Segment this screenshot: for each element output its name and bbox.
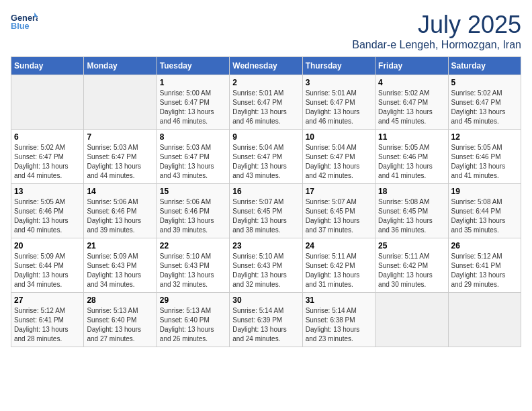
calendar-cell: 9Sunrise: 5:04 AMSunset: 6:47 PMDaylight… — [230, 130, 302, 184]
calendar-cell: 11Sunrise: 5:05 AMSunset: 6:46 PMDayligh… — [375, 130, 448, 184]
day-info: Sunrise: 5:10 AMSunset: 6:43 PMDaylight:… — [160, 252, 226, 289]
day-info: Sunrise: 5:01 AMSunset: 6:47 PMDaylight:… — [232, 89, 299, 126]
day-info: Sunrise: 5:10 AMSunset: 6:43 PMDaylight:… — [232, 252, 299, 289]
calendar-cell: 3Sunrise: 5:01 AMSunset: 6:47 PMDaylight… — [302, 75, 375, 130]
day-number: 26 — [451, 241, 518, 250]
logo-icon: General Blue — [11, 11, 38, 31]
day-number: 18 — [378, 187, 445, 196]
week-row-1: 1Sunrise: 5:00 AMSunset: 6:47 PMDaylight… — [11, 75, 521, 130]
day-info: Sunrise: 5:07 AMSunset: 6:45 PMDaylight:… — [232, 197, 299, 235]
day-number: 20 — [14, 241, 81, 250]
day-number: 7 — [87, 132, 153, 142]
calendar-cell: 28Sunrise: 5:13 AMSunset: 6:40 PMDayligh… — [84, 293, 157, 347]
day-number: 21 — [87, 241, 153, 250]
day-info: Sunrise: 5:06 AMSunset: 6:46 PMDaylight:… — [160, 197, 226, 235]
calendar-cell: 12Sunrise: 5:05 AMSunset: 6:46 PMDayligh… — [448, 130, 521, 184]
day-number: 6 — [14, 132, 81, 142]
day-info: Sunrise: 5:14 AMSunset: 6:39 PMDaylight:… — [232, 306, 299, 344]
weekday-header-row: SundayMondayTuesdayWednesdayThursdayFrid… — [11, 57, 521, 75]
calendar-cell: 17Sunrise: 5:07 AMSunset: 6:45 PMDayligh… — [302, 184, 375, 238]
calendar-cell: 31Sunrise: 5:14 AMSunset: 6:38 PMDayligh… — [302, 293, 375, 347]
day-number: 3 — [306, 78, 372, 87]
day-info: Sunrise: 5:01 AMSunset: 6:47 PMDaylight:… — [306, 89, 372, 126]
day-info: Sunrise: 5:05 AMSunset: 6:46 PMDaylight:… — [378, 143, 445, 181]
svg-text:Blue: Blue — [11, 21, 30, 31]
day-number: 22 — [160, 241, 226, 250]
calendar-cell: 4Sunrise: 5:02 AMSunset: 6:47 PMDaylight… — [375, 75, 448, 130]
day-number: 14 — [87, 187, 153, 196]
calendar-cell: 8Sunrise: 5:03 AMSunset: 6:47 PMDaylight… — [157, 130, 229, 184]
calendar-cell: 30Sunrise: 5:14 AMSunset: 6:39 PMDayligh… — [230, 293, 302, 347]
day-number: 23 — [232, 241, 299, 250]
day-info: Sunrise: 5:03 AMSunset: 6:47 PMDaylight:… — [87, 143, 153, 181]
calendar-cell: 19Sunrise: 5:08 AMSunset: 6:44 PMDayligh… — [448, 184, 521, 238]
day-number: 5 — [451, 78, 518, 87]
calendar-cell: 24Sunrise: 5:11 AMSunset: 6:42 PMDayligh… — [302, 238, 375, 293]
day-number: 17 — [306, 187, 372, 196]
day-info: Sunrise: 5:07 AMSunset: 6:45 PMDaylight:… — [306, 197, 372, 235]
day-info: Sunrise: 5:05 AMSunset: 6:46 PMDaylight:… — [451, 143, 518, 181]
day-info: Sunrise: 5:12 AMSunset: 6:41 PMDaylight:… — [14, 306, 81, 344]
day-number: 15 — [160, 187, 226, 196]
day-info: Sunrise: 5:11 AMSunset: 6:42 PMDaylight:… — [378, 252, 445, 289]
calendar-cell: 1Sunrise: 5:00 AMSunset: 6:47 PMDaylight… — [157, 75, 229, 130]
calendar-cell — [375, 293, 448, 347]
calendar-cell: 23Sunrise: 5:10 AMSunset: 6:43 PMDayligh… — [230, 238, 302, 293]
calendar-cell: 25Sunrise: 5:11 AMSunset: 6:42 PMDayligh… — [375, 238, 448, 293]
calendar-cell: 16Sunrise: 5:07 AMSunset: 6:45 PMDayligh… — [230, 184, 302, 238]
calendar-cell: 26Sunrise: 5:12 AMSunset: 6:41 PMDayligh… — [448, 238, 521, 293]
day-number: 13 — [14, 187, 81, 196]
calendar-cell: 18Sunrise: 5:08 AMSunset: 6:45 PMDayligh… — [375, 184, 448, 238]
day-number: 9 — [232, 132, 299, 142]
day-info: Sunrise: 5:06 AMSunset: 6:46 PMDaylight:… — [87, 197, 153, 235]
calendar-cell: 27Sunrise: 5:12 AMSunset: 6:41 PMDayligh… — [11, 293, 84, 347]
day-info: Sunrise: 5:02 AMSunset: 6:47 PMDaylight:… — [14, 143, 81, 181]
calendar-cell: 7Sunrise: 5:03 AMSunset: 6:47 PMDaylight… — [84, 130, 157, 184]
calendar-cell — [448, 293, 521, 347]
day-number: 19 — [451, 187, 518, 196]
day-number: 27 — [14, 295, 81, 305]
weekday-header-friday: Friday — [375, 57, 448, 75]
calendar-cell: 21Sunrise: 5:09 AMSunset: 6:43 PMDayligh… — [84, 238, 157, 293]
day-number: 2 — [232, 78, 299, 87]
calendar-cell: 10Sunrise: 5:04 AMSunset: 6:47 PMDayligh… — [302, 130, 375, 184]
title-section: July 2025 Bandar-e Lengeh, Hormozgan, Ir… — [352, 11, 521, 51]
day-info: Sunrise: 5:13 AMSunset: 6:40 PMDaylight:… — [160, 306, 226, 344]
day-info: Sunrise: 5:14 AMSunset: 6:38 PMDaylight:… — [306, 306, 372, 344]
day-info: Sunrise: 5:13 AMSunset: 6:40 PMDaylight:… — [87, 306, 153, 344]
week-row-2: 6Sunrise: 5:02 AMSunset: 6:47 PMDaylight… — [11, 130, 521, 184]
weekday-header-saturday: Saturday — [448, 57, 521, 75]
day-number: 31 — [306, 295, 372, 305]
day-number: 12 — [451, 132, 518, 142]
calendar-cell — [11, 75, 84, 130]
calendar-cell: 2Sunrise: 5:01 AMSunset: 6:47 PMDaylight… — [230, 75, 302, 130]
calendar-cell: 6Sunrise: 5:02 AMSunset: 6:47 PMDaylight… — [11, 130, 84, 184]
location-title: Bandar-e Lengeh, Hormozgan, Iran — [352, 39, 521, 51]
day-info: Sunrise: 5:02 AMSunset: 6:47 PMDaylight:… — [451, 89, 518, 126]
weekday-header-tuesday: Tuesday — [157, 57, 229, 75]
calendar-cell: 29Sunrise: 5:13 AMSunset: 6:40 PMDayligh… — [157, 293, 229, 347]
day-number: 24 — [306, 241, 372, 250]
day-info: Sunrise: 5:11 AMSunset: 6:42 PMDaylight:… — [306, 252, 372, 289]
calendar-table: SundayMondayTuesdayWednesdayThursdayFrid… — [11, 56, 521, 347]
calendar-cell: 15Sunrise: 5:06 AMSunset: 6:46 PMDayligh… — [157, 184, 229, 238]
day-number: 11 — [378, 132, 445, 142]
day-number: 1 — [160, 78, 226, 87]
weekday-header-sunday: Sunday — [11, 57, 84, 75]
day-info: Sunrise: 5:00 AMSunset: 6:47 PMDaylight:… — [160, 89, 226, 126]
day-number: 28 — [87, 295, 153, 305]
calendar-cell: 20Sunrise: 5:09 AMSunset: 6:44 PMDayligh… — [11, 238, 84, 293]
week-row-5: 27Sunrise: 5:12 AMSunset: 6:41 PMDayligh… — [11, 293, 521, 347]
day-info: Sunrise: 5:12 AMSunset: 6:41 PMDaylight:… — [451, 252, 518, 289]
calendar-cell: 13Sunrise: 5:05 AMSunset: 6:46 PMDayligh… — [11, 184, 84, 238]
day-number: 16 — [232, 187, 299, 196]
day-info: Sunrise: 5:08 AMSunset: 6:45 PMDaylight:… — [378, 197, 445, 235]
day-number: 4 — [378, 78, 445, 87]
calendar-cell: 14Sunrise: 5:06 AMSunset: 6:46 PMDayligh… — [84, 184, 157, 238]
day-info: Sunrise: 5:04 AMSunset: 6:47 PMDaylight:… — [232, 143, 299, 181]
day-info: Sunrise: 5:04 AMSunset: 6:47 PMDaylight:… — [306, 143, 372, 181]
day-number: 29 — [160, 295, 226, 305]
logo: General Blue — [11, 11, 38, 31]
day-number: 30 — [232, 295, 299, 305]
day-info: Sunrise: 5:05 AMSunset: 6:46 PMDaylight:… — [14, 197, 81, 235]
